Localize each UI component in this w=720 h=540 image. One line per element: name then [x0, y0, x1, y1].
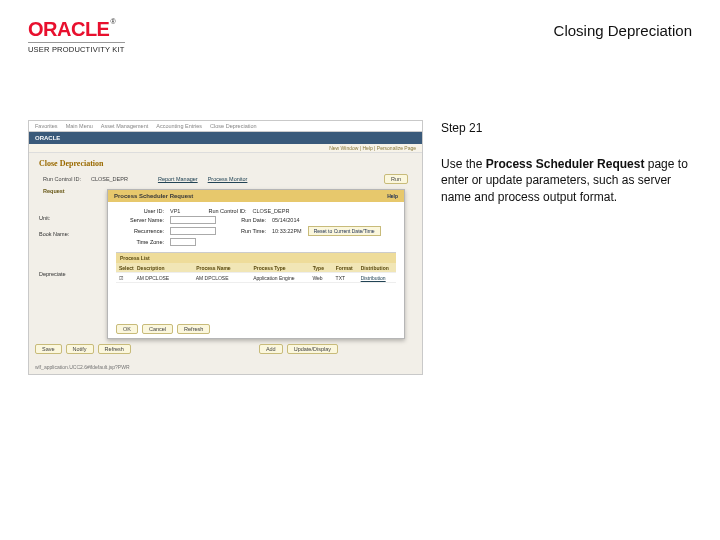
refresh-footer-button: Refresh — [98, 344, 131, 354]
process-list-header: Process List — [116, 253, 396, 263]
userid-label: User ID: — [116, 208, 164, 214]
run-control-value: CLOSE_DEPR — [91, 176, 128, 182]
row-type: Web — [309, 275, 332, 281]
col-process-type: Process Type — [250, 265, 309, 271]
oracle-logo: ORACLE® USER PRODUCTIVITY KIT — [28, 18, 125, 54]
col-format: Format — [333, 265, 358, 271]
col-select: Select — [116, 265, 134, 271]
dialog-title: Process Scheduler Request — [114, 193, 193, 199]
notify-button: Notify — [66, 344, 94, 354]
timezone-label: Time Zone: — [116, 239, 164, 245]
runctl-label: Run Control ID: — [186, 208, 246, 214]
step-label: Step 21 — [441, 120, 691, 136]
unit-label: Unit: — [39, 215, 69, 221]
runtime-label: Run Time: — [222, 228, 266, 234]
screenshot-preview: Favorites Main Menu Asset Management Acc… — [28, 120, 423, 375]
col-description: Description — [134, 265, 193, 271]
server-label: Server Name: — [116, 217, 164, 223]
depreciate-label: Depreciate — [39, 271, 69, 277]
subbrand-text: USER PRODUCTIVITY KIT — [28, 42, 125, 54]
rundate-value: 05/14/2014 — [272, 217, 300, 223]
cancel-button: Cancel — [142, 324, 173, 334]
instr-bold: Process Scheduler Request — [486, 157, 645, 171]
help-link: Help — [387, 193, 398, 199]
userid-value: VP1 — [170, 208, 180, 214]
form-title: Close Depreciation — [29, 153, 422, 172]
runtime-value: 10:33:22PM — [272, 228, 302, 234]
app-brand-bar: ORACLE — [29, 132, 422, 144]
update-display-button: Update/Display — [287, 344, 338, 354]
timezone-input — [170, 238, 196, 246]
report-manager-link: Report Manager — [158, 176, 198, 182]
trademark-symbol: ® — [110, 18, 115, 25]
page-links-bar: New Window | Help | Personalize Page — [29, 144, 422, 153]
instr-pre: Use the — [441, 157, 486, 171]
grid-header-row: Select Description Process Name Process … — [116, 263, 396, 273]
refresh-button: Refresh — [177, 324, 210, 334]
footer-button-row: Save Notify Refresh Add Update/Display — [35, 344, 338, 354]
run-button: Run — [384, 174, 408, 184]
crumb: Asset Management — [101, 123, 148, 129]
ok-button: OK — [116, 324, 138, 334]
book-label: Book Name: — [39, 231, 69, 237]
col-distribution: Distribution — [358, 265, 396, 271]
grid-data-row: ☑ AM DPCLOSE AM DPCLOSE Application Engi… — [116, 273, 396, 283]
row-process-name: AM DPCLOSE — [193, 275, 250, 281]
crumb: Main Menu — [66, 123, 93, 129]
breadcrumb-bar: Favorites Main Menu Asset Management Acc… — [29, 121, 422, 132]
add-button: Add — [259, 344, 283, 354]
run-control-label: Run Control ID: — [43, 176, 81, 182]
left-field-labels: Unit: Book Name: Depreciate — [39, 215, 69, 277]
brand-text: ORACLE — [28, 18, 109, 40]
col-process-name: Process Name — [193, 265, 250, 271]
crumb: Accounting Entries — [156, 123, 202, 129]
process-scheduler-dialog: Process Scheduler Request Help User ID: … — [107, 189, 405, 339]
row-checkbox: ☑ — [116, 275, 133, 281]
crumb: Close Depreciation — [210, 123, 256, 129]
row-process-type: Application Engine — [250, 275, 309, 281]
recurrence-label: Recurrence: — [116, 228, 164, 234]
row-description: AM DPCLOSE — [133, 275, 192, 281]
reset-datetime-button: Reset to Current Date/Time — [308, 226, 381, 236]
runctl-value: CLOSE_DEPR — [252, 208, 289, 214]
instruction-text: Use the Process Scheduler Request page t… — [441, 156, 691, 205]
status-url: wlf_application.UCC2.6#ifdefault.jsp?PWR — [35, 364, 130, 370]
recurrence-input — [170, 227, 216, 235]
row-format: TXT — [333, 275, 358, 281]
server-input — [170, 216, 216, 224]
save-button: Save — [35, 344, 62, 354]
crumb: Favorites — [35, 123, 58, 129]
col-type: Type — [310, 265, 333, 271]
page-title: Closing Depreciation — [554, 22, 692, 39]
row-distribution-link: Distribution — [358, 275, 396, 281]
process-monitor-link: Process Monitor — [208, 176, 248, 182]
rundate-label: Run Date: — [222, 217, 266, 223]
